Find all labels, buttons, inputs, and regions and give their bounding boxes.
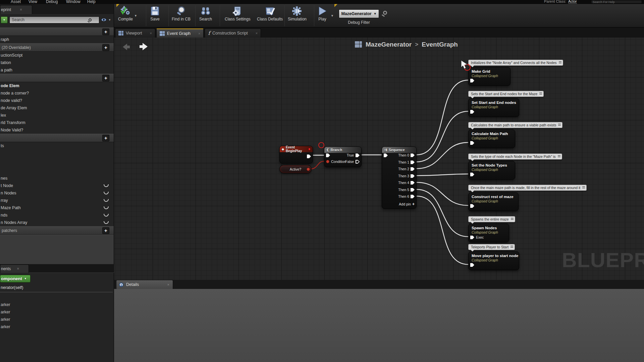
filter-dropdown-button[interactable]: ▼	[1, 16, 8, 23]
exec-in-pin[interactable]	[470, 236, 474, 239]
eye-closed-icon[interactable]	[104, 199, 109, 202]
breadcrumb-current[interactable]: EventGraph	[422, 41, 458, 48]
exec-out-pin[interactable]	[307, 155, 311, 158]
section-header-dispatchers[interactable]: patchers+	[0, 226, 114, 235]
nav-back-button[interactable]	[123, 44, 130, 50]
section-header[interactable]: +	[0, 27, 114, 36]
menu-window[interactable]: Window	[66, 0, 80, 4]
variable-item[interactable]: n Nodes Array	[0, 219, 114, 226]
exec-in-pin[interactable]	[384, 154, 388, 157]
list-item[interactable]: de Array Elem	[0, 104, 114, 112]
add-icon[interactable]: +	[102, 227, 109, 234]
eye-closed-icon[interactable]	[104, 221, 109, 224]
variable-item[interactable]: Maze Path	[0, 204, 114, 212]
exec-in-pin[interactable]	[470, 110, 474, 114]
bool-out-pin[interactable]	[307, 168, 310, 171]
simulation-button[interactable]: Simulation	[288, 6, 307, 21]
class-defaults-button[interactable]: Class Defaults	[257, 6, 283, 21]
eye-icon[interactable]	[101, 18, 107, 21]
section-header-functions[interactable]: (20 Overridable)+	[0, 43, 114, 52]
list-item[interactable]: node valid?	[0, 97, 114, 104]
comment-bubble[interactable]: Once the main maze path is made, fill in…	[468, 185, 587, 191]
node-move-player[interactable]: Move player to start node Collapsed Grap…	[468, 251, 519, 270]
node-sequence[interactable]: ⇉ Sequence Then 0 Then 1 Then 2 Then 3 T…	[382, 146, 417, 209]
list-item[interactable]: uctionScript	[0, 52, 114, 59]
tab-details[interactable]: i Details ×	[116, 280, 173, 289]
variable-item[interactable]: n Nodes	[0, 189, 114, 197]
list-item[interactable]: raph	[0, 36, 114, 43]
breadcrumb-root[interactable]: MazeGenerator	[366, 41, 412, 48]
add-icon[interactable]: +	[102, 28, 109, 35]
close-icon[interactable]: ×	[256, 31, 258, 35]
eye-closed-icon[interactable]	[104, 214, 109, 217]
node-make-grid[interactable]: Make Grid Collapsed Graph	[468, 67, 511, 86]
menu-asset[interactable]: Asset	[11, 0, 21, 4]
variable-item[interactable]: rray	[0, 197, 114, 204]
list-item[interactable]: ode Elem	[0, 82, 114, 89]
nav-forward-button[interactable]	[140, 43, 148, 50]
node-set-start-end[interactable]: Set Start and End nodes Collapsed Graph	[468, 98, 519, 117]
then-pin[interactable]	[411, 195, 415, 198]
add-icon[interactable]: +	[102, 44, 109, 51]
node-spawn-nodes[interactable]: Spawn Nodes Collapsed Graph Exec	[468, 224, 509, 242]
comment-bubble[interactable]: Initializes the "Node Array" and Connect…	[468, 60, 563, 66]
find-in-cb-button[interactable]: Find in CB	[172, 6, 191, 21]
play-options-caret[interactable]: ▼	[331, 14, 334, 17]
comment-bubble[interactable]: Teleports Player to Start	[468, 244, 515, 250]
node-set-node-types[interactable]: Set the Node Types Collapsed Graph	[468, 161, 515, 180]
list-item[interactable]: a path	[0, 66, 114, 74]
then-pin[interactable]	[411, 188, 415, 192]
help-search-input[interactable]: Search For Help	[591, 0, 642, 4]
component-item[interactable]: arker	[0, 308, 114, 316]
node-construct-rest[interactable]: Construct rest of maze Collapsed Graph	[468, 192, 519, 211]
tab-viewport[interactable]: Viewport×	[115, 28, 155, 38]
event-graph-canvas[interactable]: BLUEPRINT ◆ Event BeginPlay	[114, 38, 644, 280]
close-icon[interactable]: ×	[20, 7, 22, 12]
component-item[interactable]: arker	[0, 301, 114, 308]
close-icon[interactable]: ×	[167, 283, 169, 287]
condition-pin[interactable]	[326, 160, 329, 163]
tab-components[interactable]: nents ×	[0, 264, 29, 273]
close-icon[interactable]: ×	[150, 31, 152, 35]
search-button[interactable]: Search	[199, 6, 212, 21]
add-component-button[interactable]: omponent ▼	[0, 275, 31, 283]
list-item[interactable]: node a corner?	[0, 89, 114, 97]
comment-bubble[interactable]: Sets the type of node each Node in the "…	[468, 154, 562, 160]
variable-item[interactable]: nds	[0, 212, 114, 219]
true-pin[interactable]	[356, 154, 360, 157]
node-event-beginplay[interactable]: ◆ Event BeginPlay	[279, 146, 313, 164]
comment-bubble[interactable]: Sets the Start and End nodes for the Maz…	[468, 91, 544, 97]
then-pin[interactable]	[411, 154, 415, 157]
exec-in-pin[interactable]	[470, 79, 474, 82]
compile-options-caret[interactable]: ▼	[134, 14, 137, 17]
exec-in-pin[interactable]	[470, 263, 474, 267]
component-item[interactable]: arker	[0, 316, 114, 323]
section-header[interactable]: +	[0, 134, 114, 142]
list-item[interactable]: lex	[0, 112, 114, 119]
tab-my-blueprint[interactable]: eprint ×	[0, 5, 32, 14]
menu-help[interactable]: Help	[87, 0, 96, 4]
then-pin[interactable]	[411, 167, 415, 171]
node-calculate-main-path[interactable]: Calculate Main Path Collapsed Graph	[468, 129, 515, 148]
add-icon[interactable]: +	[102, 135, 109, 141]
list-item[interactable]: nes	[0, 175, 114, 182]
list-item[interactable]: tation	[0, 59, 114, 66]
list-item[interactable]: rld Transform	[0, 119, 114, 126]
close-icon[interactable]: ×	[17, 266, 19, 271]
eye-closed-icon[interactable]	[104, 192, 109, 194]
node-branch[interactable]: ❮ Branch Condition True False	[324, 146, 362, 167]
search-input[interactable]	[9, 16, 99, 23]
node-get-active[interactable]: Active?	[279, 165, 312, 173]
eye-closed-icon[interactable]	[104, 184, 109, 187]
debug-object-dropdown[interactable]: MazeGenerator▼	[339, 9, 379, 18]
component-self-item[interactable]: nerator(self)	[0, 283, 114, 292]
component-item[interactable]: arker	[0, 323, 114, 330]
exec-in-pin[interactable]	[470, 204, 474, 208]
menu-view[interactable]: View	[29, 0, 37, 4]
play-button[interactable]: Play	[317, 6, 327, 21]
tab-construction-script[interactable]: f Construction Script×	[205, 28, 261, 38]
section-header[interactable]: +	[0, 74, 114, 82]
close-icon[interactable]: ×	[198, 32, 200, 36]
eye-closed-icon[interactable]	[104, 206, 109, 209]
compile-button[interactable]: Compile	[118, 6, 133, 21]
